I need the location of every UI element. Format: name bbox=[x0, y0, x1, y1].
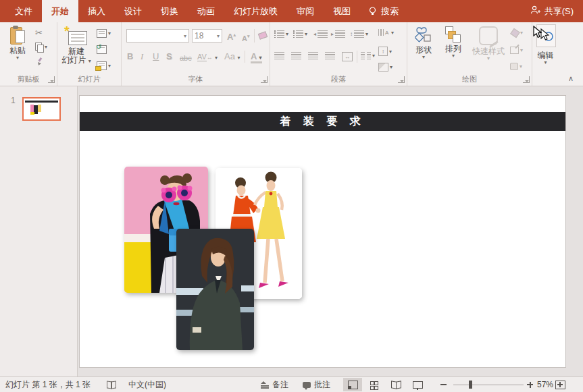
new-slide-button[interactable]: * 新建 幻灯片 ▾ bbox=[61, 28, 91, 65]
decrease-indent-button[interactable]: ◂ bbox=[313, 30, 328, 38]
thumbnail-title-bar bbox=[25, 101, 58, 103]
paragraph-dialog-launcher[interactable] bbox=[398, 76, 405, 83]
font-group-label: 字体 bbox=[122, 74, 270, 84]
line-spacing-button[interactable]: ↕▾ bbox=[350, 30, 368, 38]
shapes-icon bbox=[415, 26, 432, 44]
scissors-icon: ✂ bbox=[35, 28, 43, 38]
arrange-button[interactable]: 排列 ▾ bbox=[440, 26, 467, 58]
numbering-button[interactable]: ▾ bbox=[293, 30, 307, 38]
slideshow-view-button[interactable] bbox=[408, 378, 427, 391]
character-spacing-button[interactable]: AV↔ ▾ bbox=[197, 52, 218, 62]
paste-dropdown-arrow[interactable]: ▾ bbox=[16, 55, 19, 60]
strikethrough-button[interactable]: abc bbox=[180, 53, 192, 63]
slide-title-text: 着 装 要 求 bbox=[280, 115, 365, 129]
distributed-button[interactable]: ↔ bbox=[342, 52, 353, 61]
tab-insert[interactable]: 插入 bbox=[78, 0, 115, 22]
shape-outline-icon bbox=[510, 47, 519, 54]
slide-sorter-icon bbox=[370, 381, 379, 389]
language-indicator[interactable]: 中文(中国) bbox=[128, 377, 166, 392]
reading-view-button[interactable] bbox=[386, 378, 405, 391]
shape-fill-button[interactable]: ▾ bbox=[510, 29, 523, 36]
tell-me-search[interactable]: 搜索 bbox=[360, 0, 407, 22]
align-left-button[interactable] bbox=[274, 52, 284, 59]
slide-counter[interactable]: 幻灯片 第 1 张，共 1 张 bbox=[5, 377, 91, 392]
cut-button[interactable]: ✂ bbox=[35, 28, 43, 38]
tab-home[interactable]: 开始 bbox=[42, 0, 78, 22]
slide-thumbnail-panel[interactable]: 1 bbox=[0, 86, 78, 377]
slide-image-dark-fashion[interactable] bbox=[176, 229, 254, 350]
paragraph-group-label: 段落 bbox=[270, 74, 407, 84]
font-size-combobox[interactable]: 18▾ bbox=[192, 29, 222, 43]
justify-button[interactable] bbox=[325, 52, 335, 59]
thumbnail-image-blob bbox=[30, 112, 34, 115]
zoom-percentage[interactable]: 57% bbox=[537, 377, 553, 392]
align-text-button[interactable]: ↕▾ bbox=[378, 47, 392, 56]
copy-dropdown-arrow[interactable]: ▾ bbox=[45, 45, 47, 49]
shapes-button[interactable]: 形状 ▾ bbox=[410, 26, 437, 59]
editing-button-icon-box[interactable] bbox=[536, 24, 556, 47]
section-button[interactable]: ▾ bbox=[97, 61, 111, 70]
reset-slide-button[interactable]: ↺ bbox=[97, 45, 107, 54]
tab-animations[interactable]: 动画 bbox=[188, 0, 224, 22]
shape-effects-button[interactable]: ▾ bbox=[510, 63, 522, 70]
text-shadow-button[interactable]: S bbox=[166, 52, 172, 61]
align-right-button[interactable] bbox=[308, 52, 318, 59]
spell-check-button[interactable] bbox=[107, 377, 116, 392]
tab-transitions[interactable]: 切换 bbox=[151, 0, 188, 22]
text-direction-button[interactable]: ▾ bbox=[378, 29, 394, 36]
shrink-font-button[interactable]: A▾ bbox=[242, 32, 249, 43]
align-center-button[interactable] bbox=[291, 52, 301, 59]
clear-formatting-button[interactable] bbox=[257, 31, 267, 39]
clipboard-dialog-launcher[interactable] bbox=[48, 76, 55, 83]
bullets-button[interactable]: ▾ bbox=[274, 30, 288, 38]
notes-icon bbox=[261, 381, 269, 388]
notes-toggle[interactable]: 备注 bbox=[261, 377, 288, 392]
line-spacing-arrow-icon: ↕ bbox=[350, 31, 353, 37]
align-text-icon: ↕ bbox=[378, 47, 388, 56]
increase-indent-button[interactable]: ▸ bbox=[331, 30, 345, 38]
grow-font-button[interactable]: A▴ bbox=[227, 30, 236, 42]
copy-button[interactable]: ▾ bbox=[35, 43, 47, 51]
tab-review[interactable]: 审阅 bbox=[287, 0, 324, 22]
change-case-button[interactable]: Aa ▾ bbox=[224, 52, 240, 61]
normal-view-button[interactable] bbox=[343, 378, 362, 391]
slide-title-bar[interactable]: 着 装 要 求 bbox=[80, 112, 565, 131]
justify-icon bbox=[325, 52, 335, 59]
bold-button[interactable]: B bbox=[127, 52, 133, 61]
paste-button[interactable]: 粘贴 ▾ bbox=[5, 26, 30, 60]
tab-file[interactable]: 文件 bbox=[5, 0, 42, 22]
shape-outline-button[interactable]: ▾ bbox=[510, 47, 523, 54]
font-size-value: 18 bbox=[195, 31, 203, 40]
zoom-in-button[interactable] bbox=[527, 384, 533, 385]
zoom-slider-track[interactable] bbox=[453, 385, 524, 386]
font-dialog-launcher[interactable] bbox=[261, 76, 268, 83]
format-painter-button[interactable] bbox=[35, 57, 44, 66]
zoom-out-button[interactable] bbox=[440, 384, 447, 385]
tab-slideshow[interactable]: 幻灯片放映 bbox=[224, 0, 287, 22]
normal-view-icon bbox=[348, 381, 358, 389]
columns-button[interactable]: ▾ bbox=[361, 52, 375, 59]
tab-view[interactable]: 视图 bbox=[324, 0, 360, 22]
spell-check-icon bbox=[107, 381, 116, 389]
zoom-slider-handle[interactable] bbox=[469, 381, 472, 389]
drawing-dialog-launcher[interactable] bbox=[523, 76, 530, 83]
share-button[interactable]: 共享(S) bbox=[530, 0, 574, 22]
editing-button[interactable]: 编辑 ▾ bbox=[536, 49, 555, 65]
underline-button[interactable]: U bbox=[153, 52, 159, 61]
convert-smartart-button[interactable]: ▾ bbox=[378, 63, 392, 72]
tab-design[interactable]: 设计 bbox=[115, 0, 151, 22]
fit-to-window-button[interactable] bbox=[555, 377, 565, 392]
slide-sorter-view-button[interactable] bbox=[365, 378, 384, 391]
shape-fill-icon bbox=[510, 29, 519, 36]
comments-toggle[interactable]: 批注 bbox=[303, 377, 330, 392]
eraser-icon bbox=[257, 31, 267, 39]
slide-layout-button[interactable]: ▾ bbox=[97, 29, 111, 38]
slide-editing-area[interactable]: 着 装 要 求 bbox=[79, 95, 566, 368]
italic-button[interactable]: I bbox=[141, 52, 143, 61]
font-name-combobox[interactable]: ▾ bbox=[126, 29, 189, 43]
slide-thumbnail-1[interactable] bbox=[22, 97, 61, 121]
collapse-ribbon-button[interactable]: ∧ bbox=[568, 74, 574, 83]
indent-arrow-icon: ▸ bbox=[331, 31, 334, 37]
quick-styles-button[interactable]: 快速样式 ▾ bbox=[470, 26, 507, 61]
font-color-button[interactable]: A ▾ bbox=[251, 52, 262, 63]
